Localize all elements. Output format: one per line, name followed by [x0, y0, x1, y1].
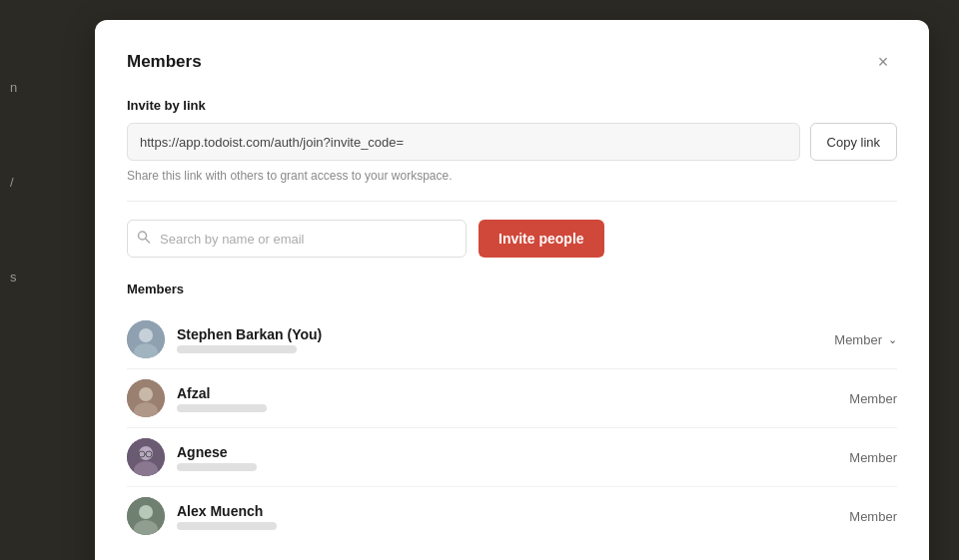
invite-by-link-label: Invite by link	[127, 98, 897, 113]
svg-point-6	[139, 387, 153, 401]
svg-line-1	[146, 239, 150, 243]
invite-link-input[interactable]	[127, 123, 800, 161]
member-info: Afzal	[177, 385, 833, 412]
members-modal: Members × Invite by link Copy link Share…	[95, 20, 929, 560]
avatar	[127, 320, 165, 358]
member-list: Stephen Barkan (You) Member ⌄	[127, 310, 897, 545]
member-name: Afzal	[177, 385, 833, 401]
copy-link-button[interactable]: Copy link	[810, 123, 897, 161]
close-button[interactable]: ×	[869, 48, 897, 76]
sidebar-hint-slash: /	[10, 175, 17, 190]
sidebar-hints: n / s	[0, 80, 17, 284]
member-name: Stephen Barkan (You)	[177, 326, 818, 342]
section-divider	[127, 201, 897, 202]
avatar	[127, 438, 165, 476]
modal-backdrop: n / s Members × Invite by link Copy link…	[0, 0, 959, 560]
member-role: Member	[849, 391, 897, 406]
modal-header: Members ×	[127, 48, 897, 76]
search-input[interactable]	[127, 220, 467, 258]
member-name: Agnese	[177, 444, 833, 460]
member-info: Agnese	[177, 444, 833, 471]
member-role-area: Member	[849, 391, 897, 406]
invite-link-row: Copy link	[127, 123, 897, 161]
member-role-area: Member	[849, 509, 897, 524]
member-info: Alex Muench	[177, 503, 833, 530]
member-role: Member	[849, 450, 897, 465]
svg-point-3	[139, 328, 153, 342]
sidebar-hint-n: n	[10, 80, 17, 95]
search-wrapper	[127, 220, 467, 258]
sidebar-hint-s: s	[10, 270, 17, 284]
member-email-bar	[177, 404, 267, 412]
table-row: Alex Muench Member	[127, 487, 897, 545]
table-row: Agnese Member	[127, 428, 897, 487]
modal-title: Members	[127, 52, 202, 72]
member-info: Stephen Barkan (You)	[177, 326, 818, 353]
member-email-bar	[177, 345, 297, 353]
invite-link-description: Share this link with others to grant acc…	[127, 169, 897, 183]
svg-point-15	[139, 505, 153, 519]
invite-by-link-section: Invite by link Copy link Share this link…	[127, 98, 897, 183]
avatar	[127, 497, 165, 535]
avatar	[127, 379, 165, 417]
members-section-label: Members	[127, 281, 897, 296]
member-email-bar	[177, 463, 257, 471]
search-icon	[137, 231, 151, 248]
member-role: Member	[849, 509, 897, 524]
search-invite-row: Invite people	[127, 220, 897, 258]
invite-people-button[interactable]: Invite people	[479, 220, 604, 258]
member-email-bar	[177, 522, 277, 530]
table-row: Afzal Member	[127, 369, 897, 428]
table-row: Stephen Barkan (You) Member ⌄	[127, 310, 897, 369]
member-role: Member	[834, 332, 882, 347]
members-section: Members Stephen Barkan (You)	[127, 281, 897, 545]
chevron-down-icon[interactable]: ⌄	[888, 333, 897, 346]
member-name: Alex Muench	[177, 503, 833, 519]
member-role-area: Member	[849, 450, 897, 465]
member-role-area: Member ⌄	[834, 332, 897, 347]
